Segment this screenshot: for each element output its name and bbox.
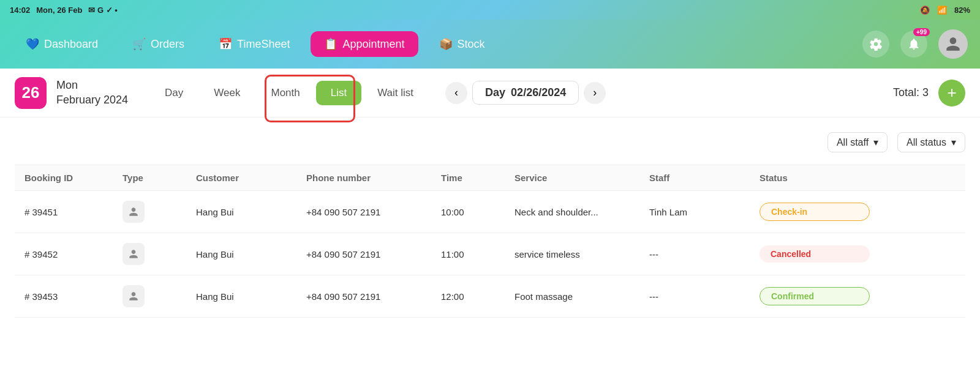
table-row[interactable]: # 39453 Hang Bui +84 090 507 2191 12:00 … — [15, 275, 965, 318]
table-header: Booking ID Type Customer Phone number Ti… — [15, 165, 965, 191]
navbar: 💙 Dashboard 🛒 Orders 📅 TimeSheet 📋 Appoi… — [0, 20, 980, 69]
booking-id: # 39451 — [24, 207, 123, 217]
phone-number: +84 090 507 2191 — [306, 291, 441, 302]
battery-label: 82% — [954, 6, 970, 15]
customer-name: Hang Bui — [196, 291, 306, 302]
tab-day[interactable]: Day — [150, 81, 198, 105]
time: 12:00 — [441, 291, 514, 302]
timesheet-icon: 📅 — [219, 37, 232, 51]
nav-timesheet[interactable]: 📅 TimeSheet — [205, 31, 303, 57]
date-text: Mon February 2024 — [56, 78, 128, 107]
staff-filter-chevron: ▾ — [873, 136, 878, 148]
staff: --- — [649, 249, 760, 259]
nav-orders[interactable]: 🛒 Orders — [119, 31, 198, 57]
notification-badge: +99 — [913, 28, 930, 36]
phone-number: +84 090 507 2191 — [306, 249, 441, 259]
status-icons: ✉ G ✓ • — [88, 6, 118, 15]
tab-week[interactable]: Week — [199, 81, 255, 105]
status-date: Mon, 26 Feb — [36, 6, 82, 15]
type-icon — [123, 243, 145, 265]
status-badge: Confirmed — [760, 287, 870, 305]
time: 10:00 — [441, 207, 514, 217]
booking-id: # 39453 — [24, 291, 123, 302]
type-icon — [123, 201, 145, 223]
notification-button[interactable]: +99 — [900, 31, 927, 58]
datebar: 26 Mon February 2024 Day Week Month List… — [0, 69, 980, 118]
staff-filter[interactable]: All staff ▾ — [827, 132, 888, 152]
settings-button[interactable] — [862, 31, 889, 58]
tab-list[interactable]: List — [316, 81, 361, 105]
phone-number: +84 090 507 2191 — [306, 207, 441, 217]
type-icon — [123, 285, 145, 307]
time: 11:00 — [441, 249, 514, 259]
dashboard-icon: 💙 — [26, 37, 39, 51]
status-badge: Cancelled — [760, 245, 870, 263]
status-badge: Check-in — [760, 203, 870, 221]
tab-month[interactable]: Month — [256, 81, 314, 105]
stock-icon: 📦 — [439, 37, 453, 51]
date-navigation: ‹ Day 02/26/2024 › — [445, 81, 606, 105]
service: Foot massage — [514, 291, 649, 302]
staff: Tinh Lam — [649, 207, 760, 217]
avatar-button[interactable] — [938, 29, 968, 59]
orders-icon: 🛒 — [132, 37, 146, 51]
current-date-display: Day 02/26/2024 — [472, 81, 579, 105]
status-filter-chevron: ▾ — [951, 136, 956, 148]
content-area: All staff ▾ All status ▾ Booking ID Type… — [0, 118, 980, 377]
nav-appointment[interactable]: 📋 Appointment — [311, 31, 418, 57]
customer-name: Hang Bui — [196, 207, 306, 217]
nav-stock[interactable]: 📦 Stock — [426, 31, 499, 57]
customer-name: Hang Bui — [196, 249, 306, 259]
signal-icon: 🔕 — [920, 6, 930, 15]
next-date-button[interactable]: › — [584, 82, 606, 104]
table-row[interactable]: # 39451 Hang Bui +84 090 507 2191 10:00 … — [15, 191, 965, 233]
staff: --- — [649, 291, 760, 302]
total-label: Total: 3 — [893, 86, 929, 99]
service: Neck and shoulder... — [514, 207, 649, 217]
service: service timeless — [514, 249, 649, 259]
booking-id: # 39452 — [24, 249, 123, 259]
wifi-icon: 📶 — [937, 6, 947, 15]
status-filter[interactable]: All status ▾ — [897, 132, 965, 152]
tab-waitlist[interactable]: Wait list — [363, 81, 428, 105]
appointment-icon: 📋 — [324, 37, 337, 51]
nav-dashboard[interactable]: 💙 Dashboard — [12, 31, 111, 57]
status-bar: 14:02 Mon, 26 Feb ✉ G ✓ • 🔕 📶 82% — [0, 0, 980, 20]
status-time: 14:02 — [10, 6, 30, 15]
filters-row: All staff ▾ All status ▾ — [15, 127, 965, 152]
table-row[interactable]: # 39452 Hang Bui +84 090 507 2191 11:00 … — [15, 233, 965, 275]
view-tabs: Day Week Month List Wait list — [150, 81, 428, 105]
date-badge: 26 — [15, 77, 47, 109]
prev-date-button[interactable]: ‹ — [445, 82, 467, 104]
add-appointment-button[interactable]: + — [938, 80, 965, 106]
